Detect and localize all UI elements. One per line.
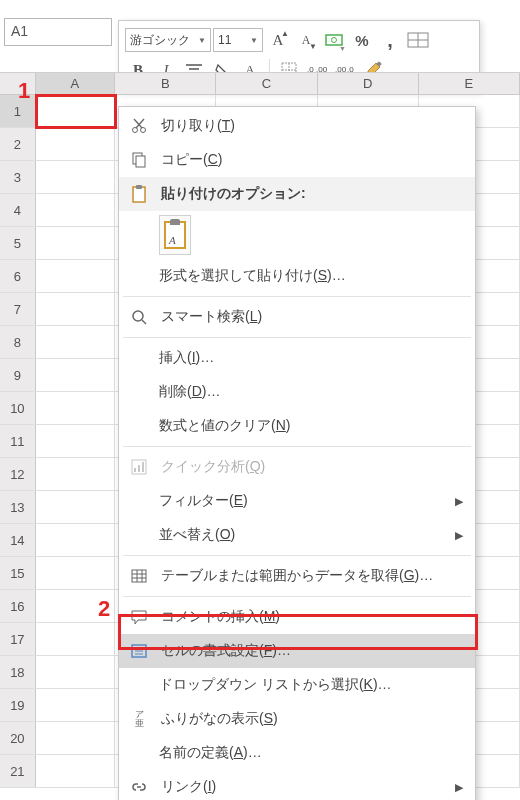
- cell[interactable]: [36, 194, 115, 226]
- cell[interactable]: [36, 161, 115, 193]
- decrease-font-button[interactable]: A▼: [293, 27, 319, 53]
- row-header-10[interactable]: 10: [0, 392, 36, 424]
- menu-link-label: リンク(I): [161, 778, 445, 796]
- column-header-E[interactable]: E: [419, 73, 520, 94]
- quick-analysis-icon: [127, 455, 151, 479]
- row-header-6[interactable]: 6: [0, 260, 36, 292]
- svg-rect-23: [136, 156, 145, 167]
- cell[interactable]: [36, 128, 115, 160]
- cell[interactable]: [36, 359, 115, 391]
- column-header-B[interactable]: B: [115, 73, 216, 94]
- menu-quick-analysis-label: クイック分析(Q): [161, 458, 463, 476]
- name-box[interactable]: A1: [4, 18, 112, 46]
- menu-delete-label: 削除(D)…: [159, 383, 463, 401]
- font-name-dropdown[interactable]: 游ゴシック ▼: [125, 28, 211, 52]
- format-painter-like-button[interactable]: [405, 27, 431, 53]
- row-header-3[interactable]: 3: [0, 161, 36, 193]
- cell[interactable]: [36, 293, 115, 325]
- increase-font-button[interactable]: A▲: [265, 27, 291, 53]
- menu-define-name-label: 名前の定義(A)…: [159, 744, 463, 762]
- menu-copy-label: コピー(C): [161, 151, 463, 169]
- cell[interactable]: [36, 425, 115, 457]
- menu-cut[interactable]: 切り取り(T): [119, 109, 475, 143]
- paste-options-row: A: [119, 211, 475, 259]
- row-header-9[interactable]: 9: [0, 359, 36, 391]
- row-header-8[interactable]: 8: [0, 326, 36, 358]
- row-header-18[interactable]: 18: [0, 656, 36, 688]
- comment-icon: [127, 605, 151, 629]
- menu-paste-options-label: 貼り付けのオプション:: [161, 185, 463, 203]
- search-icon: [127, 305, 151, 329]
- cell[interactable]: [36, 260, 115, 292]
- separator: [123, 596, 471, 597]
- cell[interactable]: [36, 392, 115, 424]
- font-size-dropdown[interactable]: 11 ▼: [213, 28, 263, 52]
- column-header-C[interactable]: C: [216, 73, 317, 94]
- row-header-14[interactable]: 14: [0, 524, 36, 556]
- svg-line-27: [142, 320, 146, 324]
- cell[interactable]: [36, 491, 115, 523]
- row-header-7[interactable]: 7: [0, 293, 36, 325]
- menu-filter[interactable]: フィルター(E) ▶: [119, 484, 475, 518]
- row-header-2[interactable]: 2: [0, 128, 36, 160]
- row-header-13[interactable]: 13: [0, 491, 36, 523]
- menu-smart-lookup[interactable]: スマート検索(L): [119, 300, 475, 334]
- link-icon: [127, 775, 151, 799]
- cell[interactable]: [36, 326, 115, 358]
- svg-point-26: [133, 311, 143, 321]
- menu-insert-label: 挿入(I)…: [159, 349, 463, 367]
- column-headers: A B C D E: [0, 73, 520, 95]
- cell[interactable]: [36, 755, 115, 787]
- svg-rect-24: [133, 187, 145, 202]
- menu-dropdown-pick[interactable]: ドロップダウン リストから選択(K)…: [119, 668, 475, 702]
- cell[interactable]: [36, 689, 115, 721]
- row-header-17[interactable]: 17: [0, 623, 36, 655]
- menu-delete[interactable]: 削除(D)…: [119, 375, 475, 409]
- row-header-11[interactable]: 11: [0, 425, 36, 457]
- menu-get-data[interactable]: テーブルまたは範囲からデータを取得(G)…: [119, 559, 475, 593]
- chevron-down-icon: ▼: [198, 36, 206, 45]
- chevron-right-icon: ▶: [455, 495, 463, 508]
- phonetic-icon: ア亜: [127, 707, 151, 731]
- row-header-20[interactable]: 20: [0, 722, 36, 754]
- cell[interactable]: [36, 722, 115, 754]
- cell[interactable]: [36, 557, 115, 589]
- menu-copy[interactable]: コピー(C): [119, 143, 475, 177]
- menu-clear[interactable]: 数式と値のクリア(N): [119, 409, 475, 443]
- percent-format-button[interactable]: %: [349, 27, 375, 53]
- cells-icon: [407, 32, 429, 48]
- row-header-21[interactable]: 21: [0, 755, 36, 787]
- table-icon: [127, 564, 151, 588]
- menu-format-cells[interactable]: セルの書式設定(F)…: [119, 634, 475, 668]
- cell[interactable]: [36, 623, 115, 655]
- svg-rect-30: [138, 465, 140, 472]
- row-header-16[interactable]: 16: [0, 590, 36, 622]
- menu-paste-special[interactable]: 形式を選択して貼り付け(S)…: [119, 259, 475, 293]
- column-header-A[interactable]: A: [36, 73, 115, 94]
- menu-define-name[interactable]: 名前の定義(A)…: [119, 736, 475, 770]
- cell[interactable]: [36, 227, 115, 259]
- menu-sort[interactable]: 並べ替え(O) ▶: [119, 518, 475, 552]
- menu-link[interactable]: リンク(I) ▶: [119, 770, 475, 800]
- row-header-19[interactable]: 19: [0, 689, 36, 721]
- menu-sort-label: 並べ替え(O): [159, 526, 445, 544]
- menu-insert[interactable]: 挿入(I)…: [119, 341, 475, 375]
- accounting-format-button[interactable]: ▼: [321, 27, 347, 53]
- cell[interactable]: [36, 656, 115, 688]
- row-header-12[interactable]: 12: [0, 458, 36, 490]
- comma-format-button[interactable]: ,: [377, 27, 403, 53]
- column-header-D[interactable]: D: [318, 73, 419, 94]
- cell[interactable]: [36, 458, 115, 490]
- cell[interactable]: [36, 524, 115, 556]
- row-header-4[interactable]: 4: [0, 194, 36, 226]
- row-header-15[interactable]: 15: [0, 557, 36, 589]
- menu-insert-comment[interactable]: コメントの挿入(M): [119, 600, 475, 634]
- cell[interactable]: [36, 95, 115, 127]
- menu-paste-special-label: 形式を選択して貼り付け(S)…: [159, 267, 463, 285]
- menu-phonetic[interactable]: ア亜 ふりがなの表示(S): [119, 702, 475, 736]
- row-header-5[interactable]: 5: [0, 227, 36, 259]
- separator: [123, 296, 471, 297]
- chevron-right-icon: ▶: [455, 781, 463, 794]
- paste-default-button[interactable]: A: [159, 215, 191, 255]
- svg-rect-0: [326, 35, 342, 45]
